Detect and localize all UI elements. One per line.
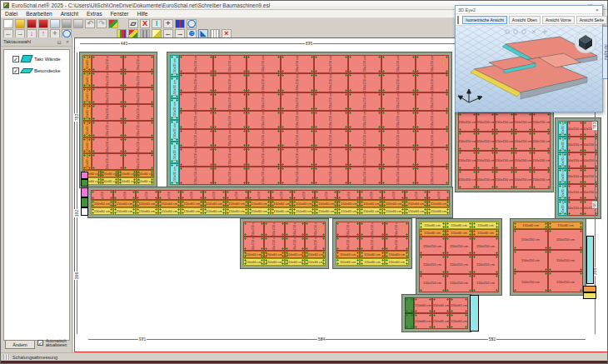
panel[interactable]: 150x30 cm <box>170 120 179 142</box>
panel[interactable]: 150x150 cm <box>476 151 495 170</box>
panel[interactable]: 150x150 cm <box>247 73 281 92</box>
panel[interactable]: 150x150 cm <box>285 222 306 237</box>
panel[interactable]: 150x150 cm <box>583 168 599 184</box>
panel[interactable]: 150x150 cm <box>416 111 450 129</box>
panel[interactable]: 150x60 cm <box>91 207 113 215</box>
panel[interactable]: 150x30 cm <box>170 142 179 163</box>
panel[interactable]: 150x150 cm <box>381 111 416 129</box>
panel[interactable]: 150x150 cm <box>419 274 446 292</box>
panel[interactable]: 150x60 cm <box>305 258 326 266</box>
panel[interactable]: 150x150 cm <box>123 121 155 137</box>
panel[interactable]: 150x150 cm <box>179 55 213 73</box>
panel[interactable]: 150x60 cm <box>432 297 451 313</box>
panel[interactable]: 150x150 cm <box>348 147 382 166</box>
panel[interactable]: 150x60 cm <box>203 207 226 215</box>
panel[interactable]: 150x60 cm <box>137 177 155 185</box>
panel[interactable]: 150x60 cm <box>158 207 181 215</box>
panel[interactable]: 150x150 cm <box>247 147 281 166</box>
panel[interactable]: 150x150 cm <box>92 121 123 137</box>
panel[interactable]: 150x150 cm <box>567 200 583 216</box>
panel[interactable]: 150x150 cm <box>305 237 326 252</box>
panel[interactable]: 150x150 cm <box>123 153 155 170</box>
panel[interactable]: 150x150 cm <box>514 132 532 151</box>
panel[interactable]: 150x60 cm <box>360 251 384 258</box>
panel[interactable]: 150x150 cm <box>382 190 405 200</box>
panel[interactable]: 150x60 cm <box>548 222 583 229</box>
panel[interactable]: 150x150 cm <box>314 167 348 185</box>
panel[interactable]: 150x30 cm <box>170 55 179 77</box>
panel[interactable]: 150x60 cm <box>82 121 92 137</box>
panel[interactable]: 150x150 cm <box>567 137 583 152</box>
panel[interactable]: 150x150 cm <box>381 73 416 92</box>
panel[interactable]: 150x150 cm <box>91 190 113 200</box>
panel[interactable]: 150x30 cm <box>558 152 567 168</box>
panel[interactable]: 150x60 cm <box>315 207 337 215</box>
panel[interactable]: 150x150 cm <box>213 147 247 166</box>
3d-viewport[interactable] <box>456 26 602 112</box>
panel[interactable]: 150x150 cm <box>567 152 583 168</box>
panel[interactable]: 150x150 cm <box>548 229 583 250</box>
panel[interactable]: 150x150 cm <box>360 190 382 200</box>
panel[interactable]: 150x150 cm <box>381 92 416 111</box>
panel[interactable]: 150x150 cm <box>247 111 281 129</box>
panel[interactable]: 150x60 cm <box>427 200 450 207</box>
panel[interactable]: 150x150 cm <box>532 151 551 170</box>
panel[interactable]: 150x60 cm <box>181 200 203 207</box>
panel[interactable]: 150x60 cm <box>248 200 271 207</box>
panel[interactable]: 150x150 cm <box>567 121 583 137</box>
panel[interactable]: 150x150 cm <box>123 55 155 72</box>
panel[interactable]: 150x30 cm <box>558 168 567 184</box>
panel[interactable]: 150x150 cm <box>179 73 213 92</box>
panel[interactable]: 150x150 cm <box>281 129 315 147</box>
panel[interactable] <box>405 313 414 329</box>
panel[interactable]: 150x60 cm <box>248 207 271 215</box>
panel[interactable]: 150x150 cm <box>513 272 548 292</box>
panel[interactable]: 150x60 cm <box>285 258 306 266</box>
panel[interactable]: 150x60 cm <box>337 200 360 207</box>
panel[interactable]: 150x150 cm <box>348 167 382 185</box>
panel[interactable]: 150x150 cm <box>567 168 583 184</box>
panel[interactable]: 150x60 cm <box>472 222 499 229</box>
panel[interactable]: 150x150 cm <box>292 190 315 200</box>
panel[interactable]: 150x150 cm <box>248 190 271 200</box>
panel[interactable]: 150x60 cm <box>336 251 360 258</box>
panel[interactable]: 150x150 cm <box>305 222 326 237</box>
panel[interactable]: 150x150 cm <box>381 147 416 166</box>
panel[interactable]: 150x60 cm <box>382 207 405 215</box>
panel[interactable]: 150x60 cm <box>91 200 113 207</box>
panel[interactable]: 150x60 cm <box>419 222 446 229</box>
panel[interactable]: 150x150 cm <box>427 190 450 200</box>
panel[interactable]: 150x60 cm <box>82 137 92 154</box>
panel[interactable]: 150x60 cm <box>101 177 119 185</box>
panel[interactable]: 150x150 cm <box>416 129 450 147</box>
panel[interactable]: 150x150 cm <box>213 73 247 92</box>
panel[interactable]: 150x150 cm <box>158 190 181 200</box>
panel[interactable]: 150x150 cm <box>136 190 158 200</box>
panel[interactable]: 150x150 cm <box>385 237 409 252</box>
panel[interactable]: 150x150 cm <box>314 129 348 147</box>
panel[interactable]: 150x60 cm <box>336 258 360 266</box>
panel[interactable]: 150x60 cm <box>414 313 432 329</box>
panel[interactable]: 150x150 cm <box>281 167 315 185</box>
panel[interactable]: 150x60 cm <box>264 251 285 258</box>
panel[interactable]: 150x150 cm <box>583 137 599 152</box>
panel[interactable]: 150x60 cm <box>243 251 264 258</box>
panel[interactable]: 150x150 cm <box>381 167 416 185</box>
panel[interactable]: 150x150 cm <box>446 255 472 273</box>
panel[interactable]: 150x150 cm <box>92 137 123 154</box>
panel[interactable]: 150x60 cm <box>101 170 119 177</box>
panel[interactable]: 150x60 cm <box>315 200 337 207</box>
panel[interactable]: 150x150 cm <box>123 104 155 121</box>
panel[interactable]: 150x150 cm <box>416 73 450 92</box>
panel[interactable]: 150x150 cm <box>181 190 203 200</box>
panel[interactable]: 150x150 cm <box>348 129 382 147</box>
panel[interactable]: 150x60 cm <box>432 313 451 329</box>
viewer-grid-icon[interactable] <box>457 16 459 24</box>
panel[interactable]: 150x60 cm <box>82 153 92 170</box>
panel[interactable]: 150x150 cm <box>314 147 348 166</box>
panel[interactable]: 150x30 cm <box>558 137 567 152</box>
panel[interactable]: 150x150 cm <box>514 112 532 132</box>
panel[interactable]: 150x60 cm <box>243 258 264 266</box>
panel[interactable]: 150x150 cm <box>315 190 337 200</box>
panel[interactable]: 150x60 cm <box>360 207 382 215</box>
